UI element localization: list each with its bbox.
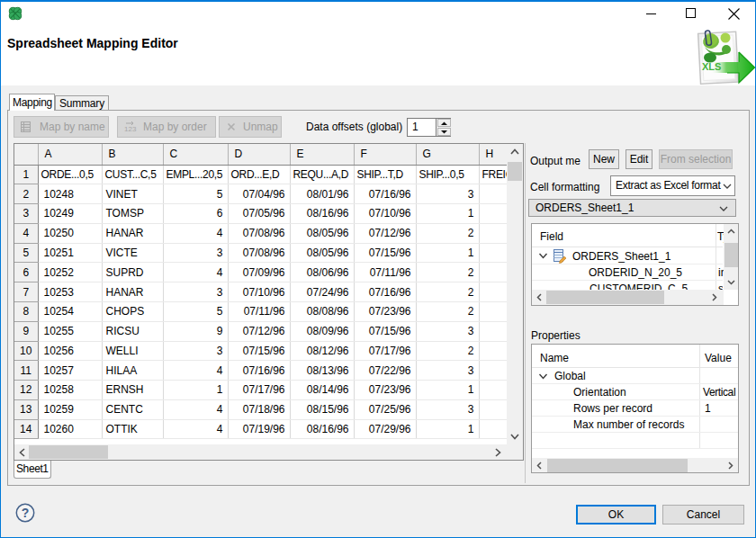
svg-text:?: ? <box>22 506 30 520</box>
svg-text:123: 123 <box>124 125 137 133</box>
svg-text:XLS: XLS <box>702 61 721 72</box>
